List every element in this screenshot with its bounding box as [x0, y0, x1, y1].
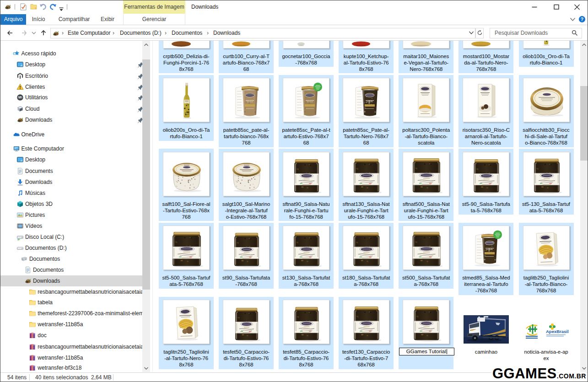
svg-text:ApexBrasil: ApexBrasil [546, 329, 569, 334]
